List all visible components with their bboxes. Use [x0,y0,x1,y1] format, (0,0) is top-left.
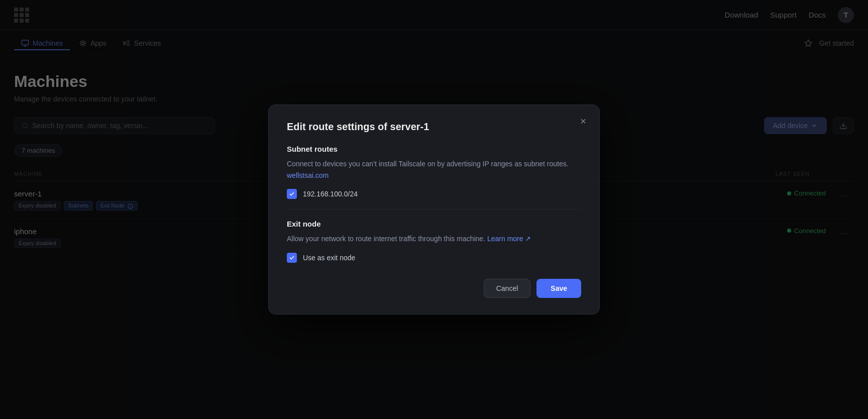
edit-route-modal: Edit route settings of server-1 × Subnet… [268,104,600,314]
subnet-checkbox[interactable] [287,189,297,199]
exit-node-checkbox-label: Use as exit node [303,254,355,262]
cancel-button[interactable]: Cancel [484,279,531,298]
modal-overlay: Edit route settings of server-1 × Subnet… [0,0,868,419]
save-button[interactable]: Save [536,279,581,298]
modal-title: Edit route settings of server-1 [287,121,581,133]
exit-node-checkbox-row: Use as exit node [287,253,581,263]
exit-node-checkbox[interactable] [287,253,297,263]
exit-node-link[interactable]: Learn more ↗ [487,235,531,243]
checkmark-icon [289,255,295,261]
checkmark-icon [289,191,295,197]
exit-node-section: Exit node Allow your network to route in… [287,220,581,262]
modal-footer: Cancel Save [287,279,581,298]
subnet-checkbox-label: 192.168.100.0/24 [303,190,358,198]
exit-node-title: Exit node [287,220,581,228]
subnet-checkbox-row: 192.168.100.0/24 [287,189,581,199]
exit-node-desc: Allow your network to route internet tra… [287,233,581,244]
section-divider [287,209,581,210]
subnet-routes-title: Subnet routes [287,145,581,153]
modal-close-button[interactable]: × [578,114,588,128]
subnet-routes-desc: Connect to devices you can’t install Tai… [287,158,581,181]
subnet-routes-section: Subnet routes Connect to devices you can… [287,145,581,199]
subnet-routes-link[interactable]: wellstsai.com [287,171,329,179]
